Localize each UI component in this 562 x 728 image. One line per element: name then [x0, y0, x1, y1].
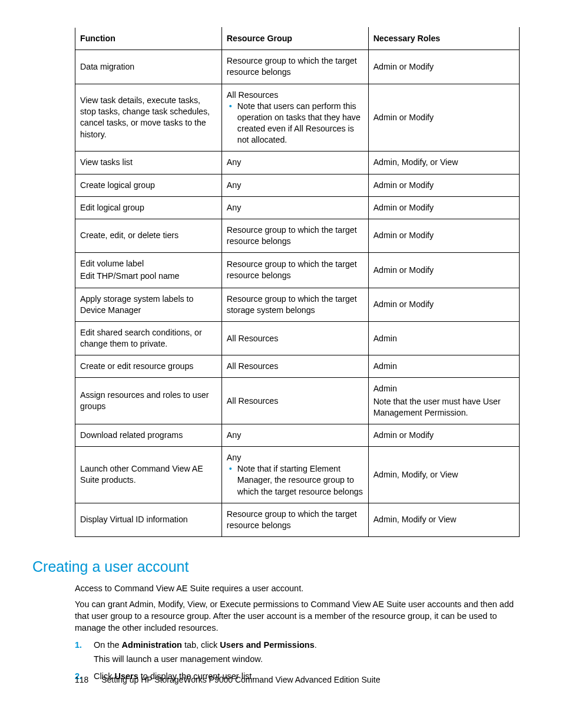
table-row: Data migration Resource group to which t…	[75, 50, 520, 84]
table-row: Apply storage system labels to Device Ma…	[75, 288, 520, 321]
cell-function: Apply storage system labels to Device Ma…	[75, 288, 222, 321]
cell-resource-lead: All Resources	[227, 90, 363, 101]
col-header-resource: Resource Group	[222, 28, 368, 50]
cell-function: Create logical group	[75, 174, 222, 196]
table-row: Create or edit resource groups All Resou…	[75, 355, 520, 378]
cell-roles-line: Note that the user must have User Manage…	[373, 396, 514, 419]
cell-function: Create or edit resource groups	[75, 355, 222, 378]
cell-resource: Resource group to which the target resou…	[222, 219, 368, 252]
cell-function: Launch other Command View AE Suite produ…	[75, 447, 222, 503]
section-paragraph: You can grant Admin, Modify, View, or Ex…	[75, 599, 520, 634]
cell-resource: Resource group to which the target resou…	[222, 253, 368, 288]
table-row: Assign resources and roles to user group…	[75, 378, 520, 424]
cell-roles: Admin	[368, 321, 519, 355]
cell-function: Assign resources and roles to user group…	[75, 378, 222, 424]
cell-function: Edit volume label Edit THP/Smart pool na…	[75, 253, 222, 288]
cell-roles: Admin, Modify, or View	[368, 447, 519, 503]
cell-function: View tasks list	[75, 151, 222, 174]
cell-function: View task details, execute tasks, stop t…	[75, 84, 222, 151]
cell-resource: All Resources	[222, 378, 368, 424]
cell-roles: Admin or Modify	[368, 424, 519, 446]
table-row: Download related programs Any Admin or M…	[75, 424, 520, 446]
page-number: 118	[75, 675, 88, 684]
cell-roles: Admin Note that the user must have User …	[368, 378, 519, 424]
cell-roles: Admin, Modify or View	[368, 503, 519, 536]
table-row: Create logical group Any Admin or Modify	[75, 174, 520, 196]
permissions-table: Function Resource Group Necessary Roles …	[75, 27, 520, 537]
cell-resource: Any Note that if starting Element Manage…	[222, 447, 368, 503]
table-row: View tasks list Any Admin, Modify, or Vi…	[75, 151, 520, 174]
cell-roles-line: Admin	[373, 383, 514, 394]
cell-function: Edit logical group	[75, 196, 222, 219]
footer-title: Setting up HP StorageWorks P9000 Command…	[101, 675, 380, 684]
cell-function-line: Edit volume label	[80, 258, 217, 269]
table-header-row: Function Resource Group Necessary Roles	[75, 28, 520, 50]
cell-roles: Admin	[368, 355, 519, 378]
cell-function: Data migration	[75, 50, 222, 84]
table-row: Edit volume label Edit THP/Smart pool na…	[75, 253, 520, 288]
page-footer: 118 Setting up HP StorageWorks P9000 Com…	[75, 674, 380, 686]
table-row: View task details, execute tasks, stop t…	[75, 84, 520, 151]
cell-resource: Resource group to which the target stora…	[222, 288, 368, 321]
cell-roles: Admin, Modify, or View	[368, 151, 519, 174]
cell-roles: Admin or Modify	[368, 196, 519, 219]
section-heading: Creating a user account	[32, 557, 520, 577]
cell-function: Create, edit, or delete tiers	[75, 219, 222, 252]
cell-roles: Admin or Modify	[368, 174, 519, 196]
col-header-roles: Necessary Roles	[368, 28, 519, 50]
table-row: Launch other Command View AE Suite produ…	[75, 447, 520, 503]
cell-resource: All Resources Note that users can perfor…	[222, 84, 368, 151]
table-row: Create, edit, or delete tiers Resource g…	[75, 219, 520, 252]
step-text: On the Administration tab, click Users a…	[94, 640, 317, 650]
table-row: Edit shared search conditions, or change…	[75, 321, 520, 355]
cell-roles: Admin or Modify	[368, 84, 519, 151]
cell-function-line: Edit THP/Smart pool name	[80, 271, 217, 282]
cell-resource: Any	[222, 424, 368, 446]
cell-resource: Resource group to which the target resou…	[222, 50, 368, 84]
cell-resource: All Resources	[222, 355, 368, 378]
section-paragraph: Access to Command View AE Suite requires…	[75, 583, 520, 595]
step-subtext: This will launch a user management windo…	[94, 654, 520, 666]
col-header-function: Function	[75, 28, 222, 50]
table-row: Edit logical group Any Admin or Modify	[75, 196, 520, 219]
cell-resource: Resource group to which the target resou…	[222, 503, 368, 536]
table-row: Display Virtual ID information Resource …	[75, 503, 520, 536]
cell-function: Display Virtual ID information	[75, 503, 222, 536]
cell-roles: Admin or Modify	[368, 219, 519, 252]
cell-function: Download related programs	[75, 424, 222, 446]
step-item: 1. On the Administration tab, click User…	[75, 640, 520, 665]
cell-resource-note: Note that if starting Element Manager, t…	[227, 463, 363, 498]
cell-resource-lead: Any	[227, 452, 363, 463]
cell-resource: Any	[222, 151, 368, 174]
cell-resource-note: Note that users can perform this operati…	[227, 101, 363, 146]
cell-function: Edit shared search conditions, or change…	[75, 321, 222, 355]
cell-roles: Admin or Modify	[368, 288, 519, 321]
cell-roles: Admin or Modify	[368, 253, 519, 288]
step-number: 1.	[75, 640, 82, 651]
cell-resource: Any	[222, 196, 368, 219]
cell-roles: Admin or Modify	[368, 50, 519, 84]
cell-resource: Any	[222, 174, 368, 196]
cell-resource: All Resources	[222, 321, 368, 355]
